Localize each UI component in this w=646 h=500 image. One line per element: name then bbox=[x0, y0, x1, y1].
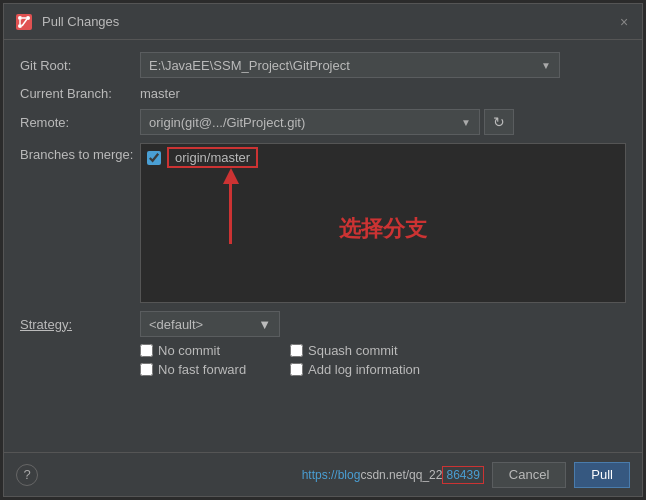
add-log-checkbox[interactable] bbox=[290, 363, 303, 376]
squash-commit-label: Squash commit bbox=[308, 343, 398, 358]
annotation-arrow bbox=[229, 170, 232, 244]
strategy-label: Strategy: bbox=[20, 317, 140, 332]
no-fast-forward-label: No fast forward bbox=[158, 362, 246, 377]
arrow-shaft bbox=[229, 184, 232, 244]
bottom-right: https://blogcsdn.net/qq_2286439 Cancel P… bbox=[302, 462, 630, 488]
dialog-title: Pull Changes bbox=[42, 14, 119, 29]
remote-input-row: origin(git@.../GitProject.git) ▼ ↻ bbox=[140, 109, 626, 135]
branch-name: origin/master bbox=[167, 147, 258, 168]
git-root-input-row: E:\JavaEE\SSM_Project\GitProject ▼ bbox=[140, 52, 626, 78]
chevron-down-icon: ▼ bbox=[461, 117, 471, 128]
git-root-select[interactable]: E:\JavaEE\SSM_Project\GitProject ▼ bbox=[140, 52, 560, 78]
close-button[interactable]: × bbox=[616, 14, 632, 30]
branch-checkbox[interactable] bbox=[147, 151, 161, 165]
cancel-button[interactable]: Cancel bbox=[492, 462, 566, 488]
title-bar-left: Pull Changes bbox=[14, 12, 119, 32]
no-commit-group: No commit bbox=[140, 343, 280, 358]
branches-label: Branches to merge: bbox=[20, 143, 140, 162]
title-bar: Pull Changes × bbox=[4, 4, 642, 40]
chevron-down-icon: ▼ bbox=[258, 317, 271, 332]
git-root-row: Git Root: E:\JavaEE\SSM_Project\GitProje… bbox=[20, 52, 626, 78]
git-root-label: Git Root: bbox=[20, 58, 140, 73]
strategy-row: Strategy: <default> ▼ bbox=[20, 311, 626, 337]
remote-row: Remote: origin(git@.../GitProject.git) ▼… bbox=[20, 109, 626, 135]
branches-list: origin/master 选择分支 bbox=[140, 143, 626, 303]
options-row-1: No commit Squash commit bbox=[140, 343, 626, 358]
refresh-button[interactable]: ↻ bbox=[484, 109, 514, 135]
options-row-2: No fast forward Add log information bbox=[140, 362, 626, 377]
link-box: 86439 bbox=[442, 466, 483, 484]
svg-point-3 bbox=[18, 24, 22, 28]
current-branch-row: Current Branch: master bbox=[20, 86, 626, 101]
bottom-bar: ? https://blogcsdn.net/qq_2286439 Cancel… bbox=[4, 452, 642, 496]
blog-link[interactable]: https://blogcsdn.net/qq_2286439 bbox=[302, 468, 484, 482]
no-commit-checkbox[interactable] bbox=[140, 344, 153, 357]
add-log-group: Add log information bbox=[290, 362, 430, 377]
annotation-text: 选择分支 bbox=[339, 214, 427, 244]
current-branch-value: master bbox=[140, 86, 180, 101]
squash-commit-group: Squash commit bbox=[290, 343, 430, 358]
branch-item: origin/master bbox=[141, 144, 625, 171]
branches-area: Branches to merge: origin/master 选择分支 bbox=[20, 143, 626, 303]
no-fast-forward-group: No fast forward bbox=[140, 362, 280, 377]
chevron-down-icon: ▼ bbox=[541, 60, 551, 71]
help-button[interactable]: ? bbox=[16, 464, 38, 486]
pull-button[interactable]: Pull bbox=[574, 462, 630, 488]
remote-label: Remote: bbox=[20, 115, 140, 130]
svg-point-1 bbox=[18, 16, 22, 20]
git-icon bbox=[14, 12, 34, 32]
strategy-select[interactable]: <default> ▼ bbox=[140, 311, 280, 337]
no-fast-forward-checkbox[interactable] bbox=[140, 363, 153, 376]
remote-select[interactable]: origin(git@.../GitProject.git) ▼ bbox=[140, 109, 480, 135]
squash-commit-checkbox[interactable] bbox=[290, 344, 303, 357]
dialog-content: Git Root: E:\JavaEE\SSM_Project\GitProje… bbox=[4, 40, 642, 452]
add-log-label: Add log information bbox=[308, 362, 420, 377]
pull-changes-dialog: Pull Changes × Git Root: E:\JavaEE\SSM_P… bbox=[3, 3, 643, 497]
refresh-icon: ↻ bbox=[493, 114, 505, 130]
no-commit-label: No commit bbox=[158, 343, 220, 358]
current-branch-label: Current Branch: bbox=[20, 86, 140, 101]
